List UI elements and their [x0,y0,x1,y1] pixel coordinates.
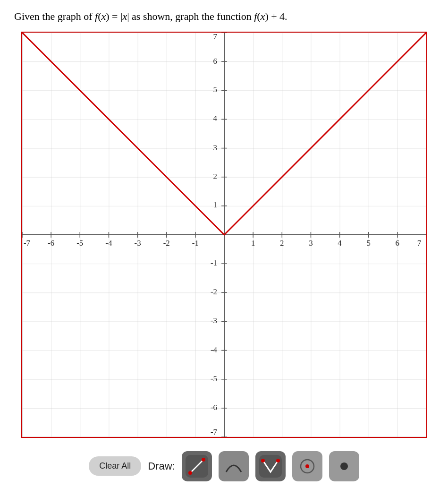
svg-text:-6: -6 [48,239,54,248]
svg-text:-2: -2 [163,239,169,248]
svg-rect-65 [259,455,282,478]
svg-text:-5: -5 [76,239,83,248]
dot-tool-button[interactable] [329,451,359,481]
svg-point-67 [276,459,280,462]
svg-text:6: 6 [213,56,217,65]
svg-rect-64 [222,455,245,478]
svg-text:1: 1 [251,239,254,248]
svg-point-66 [261,459,265,462]
svg-point-63 [202,458,205,462]
svg-text:-3: -3 [134,239,141,248]
graph-container[interactable]: -1 -2 -3 -4 -5 -6 -7 1 2 3 4 5 6 7 1 2 3… [21,32,427,438]
line-segment-tool-button[interactable] [182,451,212,481]
graph-svg: -1 -2 -3 -4 -5 -6 -7 1 2 3 4 5 6 7 1 2 3… [22,33,426,437]
svg-text:-6: -6 [210,403,217,412]
svg-text:-3: -3 [210,316,217,325]
svg-text:5: 5 [213,85,217,94]
svg-text:2: 2 [213,171,217,180]
svg-text:3: 3 [309,239,313,248]
svg-text:3: 3 [213,143,217,152]
svg-text:-5: -5 [210,374,217,383]
svg-text:-4: -4 [105,239,112,248]
svg-text:-7: -7 [210,428,217,437]
arch-up-tool-button[interactable] [219,451,249,481]
svg-text:4: 4 [213,114,217,123]
checkmark-tool-button[interactable] [255,451,286,481]
toolbar: Clear All Draw: [89,451,359,481]
circle-dot-tool-button[interactable] [292,451,322,481]
svg-text:-1: -1 [210,258,217,267]
svg-text:1: 1 [213,200,217,209]
svg-text:6: 6 [395,239,399,248]
draw-label: Draw: [148,460,175,472]
svg-text:2: 2 [280,239,284,248]
problem-text: Given the graph of f(x) = |x| as shown, … [14,9,287,24]
svg-point-62 [188,471,192,475]
svg-text:-1: -1 [192,239,198,248]
svg-text:-2: -2 [210,287,217,296]
svg-text:-4: -4 [210,345,217,354]
svg-text:7: 7 [417,239,421,248]
svg-text:5: 5 [366,239,370,248]
clear-all-button[interactable]: Clear All [89,456,141,476]
svg-text:4: 4 [338,239,342,248]
svg-point-72 [340,462,348,470]
svg-point-70 [305,464,309,468]
svg-text:-7: -7 [23,239,30,248]
svg-text:7: 7 [213,33,217,41]
